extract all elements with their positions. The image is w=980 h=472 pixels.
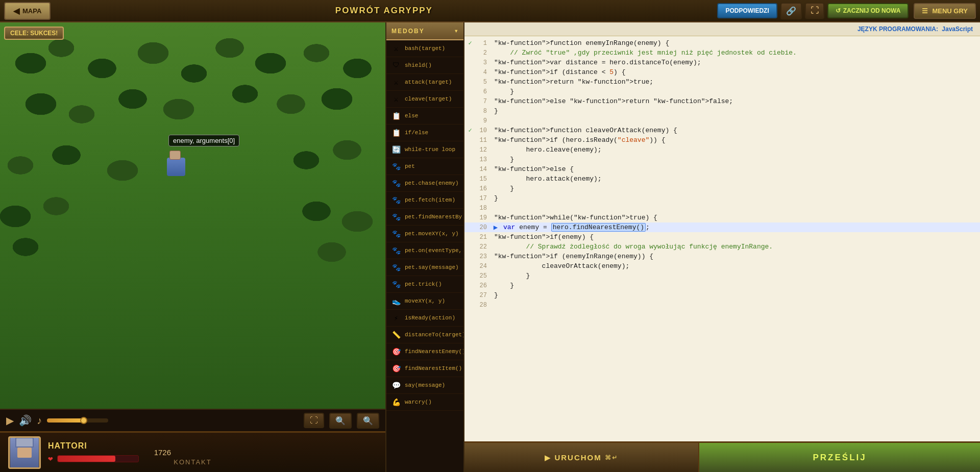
zoom-in-button[interactable]: 🔍 — [329, 413, 352, 429]
method-label: pet.trick() — [405, 281, 442, 287]
bookmark-button[interactable]: 🔗 — [780, 3, 802, 19]
code-line: 21 "kw-function">if(enemy) { — [464, 232, 980, 242]
line-check — [464, 222, 476, 232]
method-label: pet.say(message) — [405, 264, 459, 270]
method-item[interactable]: 🔄 while-true loop — [386, 141, 463, 158]
method-item[interactable]: 🐾 pet.say(message) — [386, 259, 463, 276]
method-item[interactable]: 🎯 findNearestEnemy() — [386, 343, 463, 360]
line-content[interactable]: } — [491, 155, 980, 164]
line-content[interactable]: "kw-function">if (hero.isReady("cleave")… — [491, 135, 980, 145]
line-content[interactable]: // Sprawdź żodległość do wroga wywołując… — [491, 242, 980, 252]
line-content[interactable]: } — [491, 290, 980, 300]
line-check — [464, 203, 476, 213]
method-label: while-true loop — [405, 146, 455, 153]
line-content[interactable]: "kw-function">var distance = hero.distan… — [491, 58, 980, 67]
line-check: ✓ — [464, 38, 476, 48]
method-item[interactable]: 🐾 pet.trick() — [386, 276, 463, 293]
method-item[interactable]: 🐾 pet.fetch(item) — [386, 192, 463, 209]
game-viewport[interactable]: CELE: SUKCES! enemy, arguments[0] — [0, 22, 385, 409]
line-content[interactable]: "kw-function">else { — [491, 164, 980, 174]
method-label: moveXY(x, y) — [405, 298, 445, 304]
map-button[interactable]: ◀ MAPA — [4, 2, 51, 20]
line-content[interactable]: "kw-function">while("kw-function">true) … — [491, 213, 980, 222]
code-header: JĘZYK PROGRAMOWANIA: JavaScript — [464, 22, 980, 36]
line-content[interactable]: cleaveOrAttack(enemy); — [491, 261, 980, 271]
refresh-icon: ↺ — [836, 7, 841, 14]
line-content[interactable]: } — [491, 87, 980, 96]
code-line: 6 } — [464, 87, 980, 96]
method-item[interactable]: ⚔ cleave(target) — [386, 91, 463, 108]
volume-knob[interactable] — [80, 417, 87, 424]
top-bar: ◀ MAPA POWRÓT AGRYPPY PODPOWIEDZI 🔗 ⛶ ↺ … — [0, 0, 980, 22]
method-item[interactable]: 🐾 pet — [386, 158, 463, 175]
avatar-frame — [8, 436, 41, 469]
line-content[interactable] — [491, 300, 980, 310]
volume-bar[interactable] — [47, 418, 108, 423]
method-icon: 🎯 — [390, 346, 402, 357]
method-item[interactable]: 🐾 pet.chase(enemy) — [386, 175, 463, 192]
method-label: cleave(target) — [405, 96, 452, 102]
line-check — [464, 135, 476, 145]
restart-button[interactable]: ↺ ZACZNIJ OD NOWA — [827, 3, 909, 18]
line-content[interactable]: } — [491, 193, 980, 203]
run-button[interactable]: ▶ URUCHOM ⌘↵ — [464, 443, 699, 472]
method-label: distanceTo(target) — [405, 332, 463, 338]
menu-button[interactable]: ☰ MENU GRY — [914, 3, 976, 19]
method-item[interactable]: ⚔ attack(target) — [386, 74, 463, 91]
code-line: ✓10"kw-function">function cleaveOrAttack… — [464, 126, 980, 135]
line-content[interactable]: hero.attack(enemy); — [491, 174, 980, 184]
method-item[interactable]: 🛡 shield() — [386, 57, 463, 74]
line-content[interactable]: "kw-function">if (distance < 5) { — [491, 67, 980, 77]
contact-text: KONTAKT — [174, 458, 211, 466]
line-number: 19 — [476, 213, 491, 222]
line-content[interactable]: "kw-function">function cleaveOrAttack(en… — [491, 126, 980, 135]
method-icon: 📋 — [390, 127, 402, 138]
line-content[interactable]: } — [491, 271, 980, 281]
line-check — [464, 232, 476, 242]
zoom-out-button[interactable]: 🔍 — [357, 413, 379, 429]
hints-button[interactable]: PODPOWIEDZI — [717, 3, 777, 18]
line-content[interactable]: hero.cleave(enemy); — [491, 145, 980, 155]
line-content[interactable] — [491, 116, 980, 126]
code-line: 28 — [464, 300, 980, 310]
code-editor[interactable]: ✓1"kw-function">function enemyInRange(en… — [464, 36, 980, 441]
methods-list: ⚔ bash(target) 🛡 shield() ⚔ attack(targe… — [386, 40, 463, 472]
play-button[interactable]: ▶ — [6, 414, 14, 427]
contact-label[interactable]: KONTAKT — [174, 458, 211, 466]
line-content[interactable]: "kw-function">return "kw-function">true; — [491, 77, 980, 87]
fullscreen-button[interactable]: ⛶ — [805, 3, 824, 19]
method-item[interactable]: 👟 moveXY(x, y) — [386, 293, 463, 310]
method-item[interactable]: 🐾 pet.on(eventType,... — [386, 242, 463, 259]
method-item[interactable]: ⚡ isReady(action) — [386, 310, 463, 327]
line-content[interactable]: var enemy = hero.findNearestEnemy(); — [500, 222, 980, 232]
fullscreen-toggle[interactable]: ⛶ — [304, 413, 324, 428]
line-content[interactable]: "kw-function">if (enemyInRange(enemy)) { — [491, 252, 980, 261]
music-button[interactable]: ♪ — [37, 415, 42, 427]
method-item[interactable]: 📋 else — [386, 108, 463, 125]
code-line: 5 "kw-function">return "kw-function">tru… — [464, 77, 980, 87]
method-item[interactable]: 💬 say(message) — [386, 377, 463, 394]
line-content[interactable] — [491, 203, 980, 213]
line-number: 5 — [476, 77, 491, 87]
method-item[interactable]: ⚔ bash(target) — [386, 40, 463, 57]
line-content[interactable]: "kw-function">if(enemy) { — [491, 232, 980, 242]
methods-chevron-icon[interactable]: ▾ — [454, 27, 458, 35]
submit-button[interactable]: PRZEŚLIJ — [699, 443, 980, 472]
line-content[interactable]: } — [491, 184, 980, 193]
line-content[interactable]: // Zwróć "true" ,gdy przeciwnik jest mni… — [491, 48, 980, 58]
line-content[interactable]: } — [491, 106, 980, 116]
method-label: pet.moveXY(x, y) — [405, 231, 459, 237]
sound-button[interactable]: 🔊 — [19, 414, 32, 427]
method-icon: ⚔ — [390, 77, 402, 88]
method-item[interactable]: 🎯 findNearestItem() — [386, 360, 463, 377]
method-item[interactable]: 🐾 pet.moveXY(x, y) — [386, 226, 463, 242]
line-content[interactable]: "kw-function">else "kw-function">return … — [491, 96, 980, 106]
line-content[interactable]: "kw-function">function enemyInRange(enem… — [491, 38, 980, 48]
method-item[interactable]: 📋 if/else — [386, 125, 463, 141]
method-item[interactable]: 📏 distanceTo(target) — [386, 327, 463, 343]
method-item[interactable]: 🐾 pet.findNearestBy... — [386, 209, 463, 226]
line-check — [464, 67, 476, 77]
method-item[interactable]: 💪 warcry() — [386, 394, 463, 411]
line-content[interactable]: } — [491, 281, 980, 290]
code-line: 22 // Sprawdź żodległość do wroga wywołu… — [464, 242, 980, 252]
